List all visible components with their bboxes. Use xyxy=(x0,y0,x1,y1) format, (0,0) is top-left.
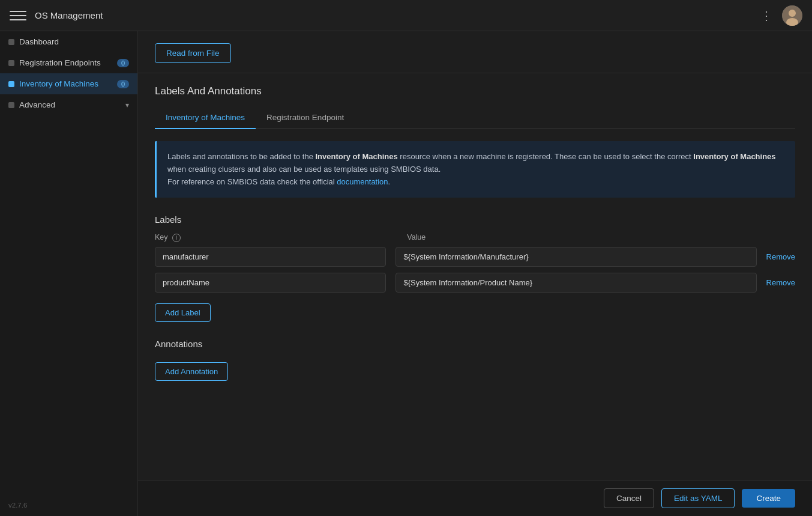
bottom-bar: Cancel Edit as YAML Create xyxy=(138,480,812,516)
sidebar: Dashboard Registration Endpoints 0 Inven… xyxy=(0,31,138,516)
sidebar-item-inventory-of-machines[interactable]: Inventory of Machines 0 xyxy=(0,73,137,94)
label-value-input-2[interactable] xyxy=(395,273,756,293)
advanced-dot-icon xyxy=(8,102,14,108)
remove-label-button-2[interactable]: Remove xyxy=(766,278,795,287)
labels-header: Key i Value xyxy=(155,233,795,242)
app-version: v2.7.6 xyxy=(0,494,137,516)
info-bold-2: Inventory of Machines xyxy=(693,152,775,161)
key-header: Key i xyxy=(155,233,397,242)
inventory-of-machines-badge: 0 xyxy=(117,80,129,88)
info-bold-1: Inventory of Machines xyxy=(315,152,397,161)
label-row: Remove xyxy=(155,273,795,293)
content-header: Read from File xyxy=(138,31,812,73)
info-text-before: Labels and annotations to be added to th… xyxy=(167,152,315,161)
user-avatar[interactable] xyxy=(782,5,802,26)
cancel-button[interactable]: Cancel xyxy=(604,488,654,508)
add-annotation-button[interactable]: Add Annotation xyxy=(155,362,228,381)
create-button[interactable]: Create xyxy=(742,489,795,508)
section-title: Labels And Annotations xyxy=(155,85,795,97)
tab-registration-endpoint[interactable]: Registration Endpoint xyxy=(256,107,355,129)
inventory-dot-icon xyxy=(8,81,14,87)
label-key-input-2[interactable] xyxy=(155,273,386,293)
more-options-icon[interactable]: ⋮ xyxy=(760,8,774,23)
label-value-input-1[interactable] xyxy=(395,247,756,267)
sidebar-item-label: Inventory of Machines xyxy=(19,79,98,88)
content-area: Read from File Labels And Annotations In… xyxy=(138,31,812,516)
content-main: Labels And Annotations Inventory of Mach… xyxy=(138,73,812,480)
svg-point-1 xyxy=(789,10,796,17)
sidebar-item-label: Registration Endpoints xyxy=(19,58,101,67)
tab-inventory-of-machines[interactable]: Inventory of Machines xyxy=(155,107,256,129)
label-row: Remove xyxy=(155,247,795,267)
add-label-button[interactable]: Add Label xyxy=(155,303,211,322)
value-header: Value xyxy=(407,233,795,242)
sidebar-item-advanced[interactable]: Advanced ▾ xyxy=(0,94,137,115)
tabs: Inventory of Machines Registration Endpo… xyxy=(155,107,795,129)
main-layout: Dashboard Registration Endpoints 0 Inven… xyxy=(0,31,812,516)
hamburger-menu[interactable] xyxy=(10,7,26,24)
registration-endpoints-badge: 0 xyxy=(117,59,129,67)
registration-dot-icon xyxy=(8,60,14,66)
chevron-down-icon: ▾ xyxy=(125,101,129,109)
annotations-section-title: Annotations xyxy=(155,339,795,349)
remove-label-button-1[interactable]: Remove xyxy=(766,252,795,261)
topbar: OS Management ⋮ xyxy=(0,0,812,31)
info-text-mid1: resource when a new machine is registere… xyxy=(398,152,694,161)
annotations-section: Annotations Add Annotation xyxy=(155,339,795,381)
sidebar-item-label: Dashboard xyxy=(19,37,59,46)
sidebar-item-registration-endpoints[interactable]: Registration Endpoints 0 xyxy=(0,52,137,73)
info-text-end: . xyxy=(388,177,391,186)
label-key-input-1[interactable] xyxy=(155,247,386,267)
sidebar-item-label: Advanced xyxy=(19,100,55,109)
info-text-after: For reference on SMBIOS data check the o… xyxy=(167,177,337,186)
info-box: Labels and annotations to be added to th… xyxy=(155,141,795,198)
sidebar-item-dashboard[interactable]: Dashboard xyxy=(0,31,137,52)
info-text-mid2: when creating clusters and also can be u… xyxy=(167,165,441,174)
key-info-icon: i xyxy=(172,234,181,242)
read-from-file-button[interactable]: Read from File xyxy=(155,43,231,63)
dashboard-dot-icon xyxy=(8,39,14,45)
app-title: OS Management xyxy=(35,10,760,20)
documentation-link[interactable]: documentation xyxy=(337,177,388,186)
edit-as-yaml-button[interactable]: Edit as YAML xyxy=(661,488,735,508)
labels-section: Labels Key i Value Remove xyxy=(155,214,795,322)
labels-section-title: Labels xyxy=(155,214,795,225)
